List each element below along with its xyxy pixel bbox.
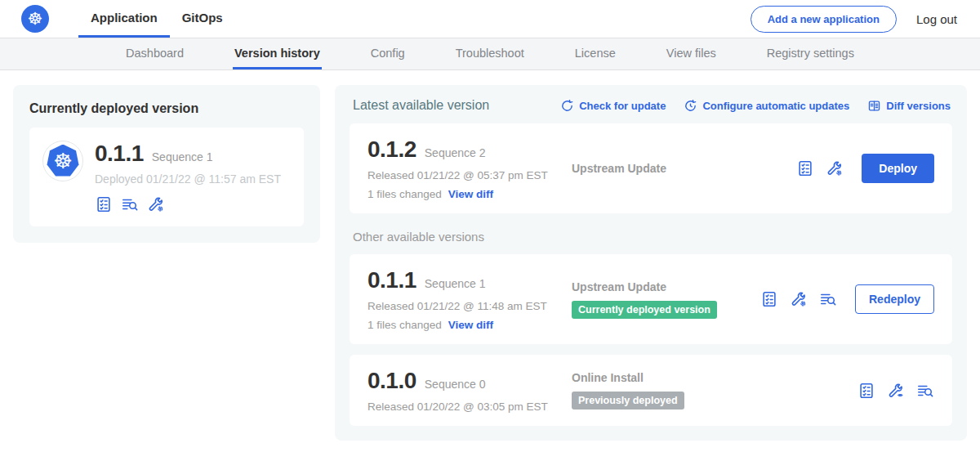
- logs-icon[interactable]: [916, 382, 934, 400]
- checklist-icon[interactable]: [796, 159, 814, 177]
- schedule-update-icon: [684, 99, 697, 113]
- deploy-button[interactable]: Deploy: [862, 154, 934, 183]
- tab-license[interactable]: License: [573, 38, 617, 69]
- version-info: 0.1.1 Sequence 1 Released 01/21/22 @ 11:…: [368, 267, 572, 331]
- top-bar-right: Add a new application Log out: [751, 0, 957, 38]
- app-sub-nav: Dashboard Version history Config Trouble…: [0, 38, 980, 70]
- available-versions-panel: Latest available version Check for updat…: [335, 85, 967, 441]
- deployed-version-card: ☸ 0.1.1 Sequence 1 Deployed 01/21/22 @ 1…: [29, 128, 304, 226]
- sequence-label: Sequence 1: [425, 277, 486, 290]
- checklist-icon[interactable]: [760, 290, 778, 308]
- checklist-icon[interactable]: [858, 382, 875, 400]
- version-number: 0.1.2: [368, 137, 416, 163]
- kubernetes-logo-icon: ☸: [47, 145, 80, 178]
- source-label: Upstream Update: [572, 280, 752, 293]
- logs-icon[interactable]: [819, 290, 837, 308]
- currently-deployed-title: Currently deployed version: [29, 101, 304, 116]
- edit-config-icon[interactable]: [790, 290, 808, 308]
- source-label: Upstream Update: [572, 162, 788, 175]
- version-source: Upstream Update Currently deployed versi…: [572, 280, 760, 319]
- released-timestamp: Released 01/21/22 @ 11:48 am EST: [368, 300, 572, 312]
- top-bar: ☸ Application GitOps Add a new applicati…: [0, 0, 980, 38]
- version-actions: Deploy: [796, 154, 934, 183]
- diff-versions-link[interactable]: Diff versions: [867, 99, 951, 113]
- logs-icon[interactable]: [121, 195, 139, 213]
- edit-config-icon[interactable]: [147, 195, 165, 213]
- version-number: 0.1.1: [368, 267, 416, 293]
- other-versions-title: Other available versions: [353, 230, 951, 244]
- version-card-0-1-1: 0.1.1 Sequence 1 Released 01/21/22 @ 11:…: [350, 254, 952, 344]
- deployed-version-info: 0.1.1 Sequence 1 Deployed 01/21/22 @ 11:…: [95, 141, 281, 213]
- previously-deployed-badge: Previously deployed: [572, 392, 684, 410]
- version-actions: Redeploy: [760, 284, 934, 314]
- tab-registry-settings[interactable]: Registry settings: [765, 38, 856, 69]
- released-timestamp: Released 01/20/22 @ 03:05 pm EST: [368, 401, 572, 413]
- currently-deployed-badge: Currently deployed version: [572, 301, 717, 319]
- tab-troubleshoot[interactable]: Troubleshoot: [454, 38, 526, 69]
- tab-view-files[interactable]: View files: [665, 38, 718, 69]
- add-new-application-button[interactable]: Add a new application: [751, 6, 897, 33]
- check-for-update-link[interactable]: Check for update: [560, 99, 666, 113]
- version-info: 0.1.2 Sequence 2 Released 01/21/22 @ 05:…: [368, 137, 572, 200]
- deployed-version-number: 0.1.1: [95, 141, 144, 167]
- files-changed-label: 1 files changed: [368, 319, 442, 331]
- view-diff-link[interactable]: View diff: [448, 188, 493, 200]
- version-source: Upstream Update: [572, 162, 796, 175]
- version-card-0-1-0: 0.1.0 Sequence 0 Released 01/20/22 @ 03:…: [350, 355, 952, 426]
- available-panel-actions: Check for update Configure automatic upd…: [560, 99, 951, 113]
- top-tab-application[interactable]: Application: [78, 0, 170, 38]
- app-logo: ☸: [42, 141, 83, 181]
- configure-automatic-updates-link[interactable]: Configure automatic updates: [684, 99, 849, 113]
- diff-icon: [867, 99, 881, 113]
- files-changed-label: 1 files changed: [368, 188, 442, 200]
- redeploy-button[interactable]: Redeploy: [855, 284, 934, 314]
- tab-config[interactable]: Config: [369, 38, 407, 69]
- version-actions: [858, 382, 934, 400]
- tab-version-history[interactable]: Version history: [233, 38, 322, 69]
- tab-dashboard[interactable]: Dashboard: [124, 38, 185, 69]
- version-card-0-1-2: 0.1.2 Sequence 2 Released 01/21/22 @ 05:…: [350, 123, 952, 213]
- edit-config-icon[interactable]: [826, 159, 844, 177]
- deployed-timestamp: Deployed 01/21/22 @ 11:57 am EST: [95, 172, 281, 186]
- deployed-sequence-label: Sequence 1: [152, 150, 213, 163]
- available-panel-header: Latest available version Check for updat…: [353, 98, 951, 113]
- checklist-icon[interactable]: [95, 195, 113, 213]
- deployed-actions: [95, 195, 281, 213]
- top-nav: Application GitOps: [78, 0, 235, 38]
- main-content: Currently deployed version ☸ 0.1.1 Seque…: [0, 70, 980, 455]
- currently-deployed-panel: Currently deployed version ☸ 0.1.1 Seque…: [13, 85, 320, 243]
- version-info: 0.1.0 Sequence 0 Released 01/20/22 @ 03:…: [368, 368, 572, 413]
- top-tab-gitops[interactable]: GitOps: [170, 0, 235, 38]
- version-source: Online Install Previously deployed: [572, 371, 858, 410]
- latest-available-title: Latest available version: [353, 98, 489, 113]
- logout-link[interactable]: Log out: [916, 12, 957, 26]
- version-number: 0.1.0: [368, 368, 416, 394]
- view-diff-link[interactable]: View diff: [448, 319, 493, 331]
- view-config-icon[interactable]: [887, 382, 905, 400]
- kubernetes-logo-icon: ☸: [21, 5, 49, 33]
- released-timestamp: Released 01/21/22 @ 05:37 pm EST: [368, 169, 572, 181]
- sequence-label: Sequence 2: [425, 146, 486, 159]
- source-label: Online Install: [572, 371, 849, 384]
- refresh-icon: [560, 99, 574, 113]
- sequence-label: Sequence 0: [425, 378, 486, 391]
